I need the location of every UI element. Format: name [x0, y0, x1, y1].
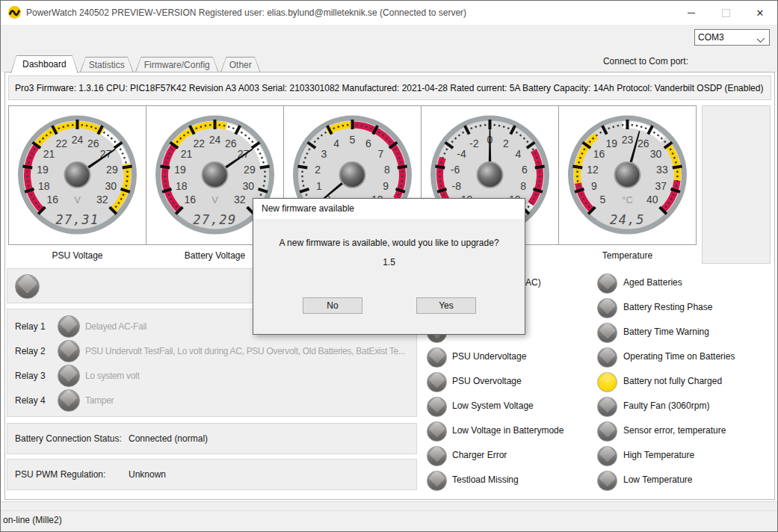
battery-connection-value: Connected (normal) [129, 433, 208, 444]
svg-text:16: 16 [47, 194, 59, 205]
gauge-caption: Temperature [558, 250, 697, 261]
svg-text:2: 2 [503, 137, 509, 149]
maximize-button [708, 1, 743, 25]
svg-text:23: 23 [622, 134, 634, 146]
com-port-select[interactable]: COM3 [694, 29, 770, 46]
status-led [427, 347, 447, 368]
status-led [597, 397, 617, 417]
firmware-dialog: New firmware available A new firmware is… [253, 198, 525, 335]
svg-text:37: 37 [655, 180, 667, 192]
status-led [427, 372, 447, 392]
status-led [597, 298, 617, 318]
svg-text:19: 19 [605, 137, 617, 149]
status-led-label: Low Voltage in Batterymode [452, 425, 564, 436]
relay-led [58, 389, 80, 412]
com-port-value: COM3 [698, 32, 724, 43]
svg-text:5: 5 [599, 194, 605, 205]
firmware-version: 1.5 [253, 257, 525, 267]
gauge-readout: 24,5 [610, 212, 645, 227]
bottom-strip [1, 501, 777, 510]
svg-text:5: 5 [350, 134, 356, 146]
svg-text:8: 8 [384, 164, 390, 176]
svg-text:3: 3 [321, 148, 327, 160]
relay-led [58, 365, 80, 387]
status-led-label: Aged Batteries [623, 277, 682, 288]
minimize-button[interactable] [674, 1, 708, 25]
status-led [427, 446, 447, 466]
gauge-hub [478, 162, 503, 188]
svg-text:26: 26 [87, 137, 99, 149]
psu-pwm-label: PSU PWM Regulation: [15, 469, 105, 480]
tab-other[interactable]: Other [220, 57, 261, 72]
minimize-icon [688, 13, 695, 13]
close-icon: ✕ [756, 8, 765, 18]
svg-text:24: 24 [209, 134, 221, 146]
tab-statistics[interactable]: Statistics [80, 57, 134, 72]
battery-connection-label: Battery Connection Status: [15, 433, 122, 444]
title-bar: PowerWatch 240502 PREVIEW-VERSION Regist… [1, 1, 777, 25]
yes-button[interactable]: Yes [416, 297, 476, 314]
status-led-label: Low System Voltage [452, 400, 534, 411]
relay-led [58, 315, 80, 338]
relay-led [58, 340, 80, 362]
status-led-label: Sensor error, temperature [623, 425, 726, 436]
gauge-unit: °C [622, 194, 633, 205]
gauge-hub [203, 162, 228, 188]
status-led-label: Testload Missing [452, 474, 519, 485]
status-led [597, 446, 617, 466]
window-title: PowerWatch 240502 PREVIEW-VERSION Regist… [26, 1, 466, 25]
status-led [597, 323, 617, 343]
status-led-label: PSU Undervoltage [452, 351, 526, 362]
gauge-hub [340, 162, 365, 188]
svg-text:26: 26 [225, 137, 237, 149]
side-panel [702, 105, 771, 264]
gauge-hub [65, 162, 90, 188]
status-led [597, 372, 617, 392]
app-logo-icon [8, 6, 21, 19]
svg-text:30: 30 [105, 180, 117, 192]
relay-label: Relay 1 [15, 321, 46, 332]
svg-text:9: 9 [383, 180, 389, 192]
maximize-icon [722, 9, 730, 17]
svg-text:18: 18 [38, 180, 50, 192]
svg-text:6: 6 [365, 137, 371, 149]
battery-connection-panel: Battery Connection Status: Connected (no… [7, 423, 417, 454]
no-button[interactable]: No [303, 297, 362, 314]
svg-text:26: 26 [637, 137, 649, 149]
svg-text:16: 16 [593, 148, 605, 160]
psu-pwm-value: Unknown [129, 469, 166, 480]
svg-text:24: 24 [72, 134, 84, 146]
tab-firmware-config[interactable]: Firmware/Config [135, 57, 219, 72]
gauge-readout: 27,31 [55, 212, 99, 227]
dialog-titlebar: New firmware available [253, 199, 525, 219]
relay-desc: Tamper [85, 395, 412, 406]
gauge-caption: PSU Voltage [8, 250, 146, 261]
gauge-panel: 59121619232630333740°C24,5 [558, 105, 697, 245]
svg-text:1: 1 [316, 180, 322, 192]
svg-text:21: 21 [181, 148, 193, 160]
gauge-panel: 1618192122242627293032V27,31 [8, 105, 146, 245]
status-led [427, 397, 447, 417]
status-led [597, 471, 617, 491]
status-bar: on-line (Mille2) [1, 510, 777, 532]
tab-strip: Dashboard Statistics Firmware/Config Oth… [10, 54, 262, 72]
relay-label: Relay 3 [15, 371, 46, 381]
tab-dashboard[interactable]: Dashboard [10, 55, 78, 73]
svg-text:-6: -6 [451, 164, 460, 176]
com-port-label: Connect to Com port: [603, 56, 688, 66]
relay-desc: Lo system volt [85, 371, 412, 381]
status-led [427, 471, 447, 491]
svg-text:30: 30 [242, 180, 254, 192]
svg-text:29: 29 [244, 164, 256, 176]
svg-text:32: 32 [96, 194, 108, 205]
device-info-bar: Pro3 Firmware: 1.3.16 CPU: PIC18F57K42 R… [8, 75, 771, 100]
svg-text:21: 21 [43, 148, 55, 160]
status-led [597, 421, 617, 442]
status-led-label: Charger Error [452, 450, 507, 460]
svg-text:16: 16 [185, 194, 197, 205]
close-button[interactable]: ✕ [743, 1, 777, 25]
svg-text:19: 19 [37, 164, 49, 176]
svg-text:2: 2 [315, 164, 321, 176]
gauge-readout: 27,29 [193, 212, 237, 227]
status-led-label: Operating Time on Batteries [623, 351, 735, 362]
